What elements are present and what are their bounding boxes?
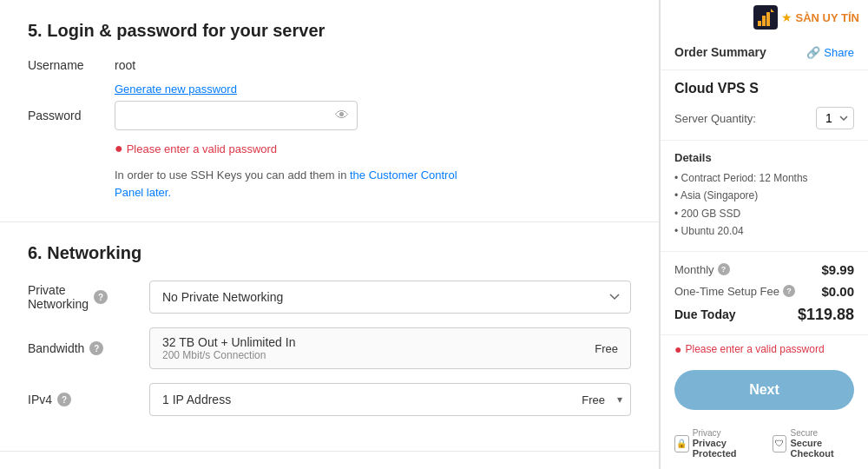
bandwidth-main-text: 32 TB Out + Unlimited In [162, 335, 295, 349]
bandwidth-sub-text: 200 Mbit/s Connection [162, 349, 295, 361]
private-networking-row: PrivateNetworking ? No Private Networkin… [28, 281, 631, 314]
share-label: Share [824, 46, 854, 59]
error-icon: ● [115, 141, 123, 156]
bandwidth-label: Bandwidth [28, 341, 84, 355]
sidebar-error-icon: ● [674, 342, 681, 356]
brand-icon [753, 5, 778, 30]
customer-panel-link[interactable]: the Customer Control Panel later. [115, 168, 457, 199]
detail-item: Contract Period: 12 Months [674, 169, 854, 187]
due-today-row: Due Today $119.88 [674, 306, 854, 324]
detail-item: Ubuntu 20.04 [674, 222, 854, 240]
ipv4-select[interactable]: 1 IP Address [149, 383, 631, 416]
ipv4-label-wrap: IPv4 ? [28, 393, 149, 406]
server-quantity-label: Server Quantity: [674, 112, 756, 125]
bandwidth-box: 32 TB Out + Unlimited In 200 Mbit/s Conn… [149, 327, 631, 369]
secure-shield-icon: 🛡 [773, 435, 787, 452]
username-value: root [115, 58, 135, 72]
brand-star-icon: ★ [781, 10, 792, 24]
bandwidth-row: Bandwidth ? 32 TB Out + Unlimited In 200… [28, 327, 631, 369]
username-label: Username [28, 58, 115, 72]
networking-section-title: 6. Networking [28, 243, 631, 263]
next-button[interactable]: Next [674, 370, 854, 410]
sidebar: ★ SÀN UY TÍN Order Summary 🔗 Share Cloud… [660, 0, 868, 469]
setup-fee-label: One-Time Setup Fee ? [674, 285, 795, 298]
password-input-wrapper: 👁 [115, 101, 358, 130]
share-icon: 🔗 [806, 46, 820, 59]
monthly-row: Monthly ? $9.99 [674, 262, 854, 277]
private-networking-label-wrap: PrivateNetworking ? [28, 283, 149, 311]
bandwidth-help-icon[interactable]: ? [89, 341, 103, 355]
detail-item: Asia (Singapore) [674, 187, 854, 204]
quantity-row: Server Quantity: 1 2 3 [661, 103, 868, 141]
svg-rect-3 [766, 12, 770, 26]
monthly-help-icon[interactable]: ? [718, 263, 730, 275]
due-today-value: $119.88 [798, 306, 854, 324]
svg-rect-2 [762, 16, 766, 26]
ipv4-label: IPv4 [28, 393, 52, 406]
setup-fee-help-icon[interactable]: ? [783, 285, 795, 297]
password-input[interactable] [115, 101, 358, 130]
bandwidth-free-badge: Free [595, 342, 618, 355]
details-title: Details [674, 151, 854, 164]
details-list: Contract Period: 12 Months Asia (Singapo… [674, 169, 854, 241]
eye-icon[interactable]: 👁 [335, 108, 349, 123]
svg-rect-1 [758, 21, 761, 26]
monthly-value: $9.99 [821, 262, 854, 277]
networking-section: 6. Networking PrivateNetworking ? No Pri… [0, 222, 659, 452]
generate-password-link[interactable]: Generate new password [115, 83, 631, 96]
pricing-section: Monthly ? $9.99 One-Time Setup Fee ? $0.… [661, 252, 868, 335]
password-error: ● Please enter a valid password [115, 141, 631, 156]
username-row: Username root [28, 58, 631, 72]
setup-fee-value: $0.00 [821, 284, 854, 299]
password-row: Password 👁 [28, 101, 631, 130]
trust-badges: 🔒 Privacy Privacy Protected 🛡 Secure Sec… [661, 421, 868, 469]
brand-name: SÀN UY TÍN [796, 11, 859, 24]
login-section-title: 5. Login & password for your server [28, 21, 631, 41]
ipv4-row: IPv4 ? 1 IP Address Free ▾ [28, 383, 631, 416]
ssh-info: In order to use SSH Keys you can add the… [115, 167, 462, 201]
privacy-lock-icon: 🔒 [674, 435, 689, 452]
detail-item: 200 GB SSD [674, 205, 854, 222]
share-link[interactable]: 🔗 Share [806, 46, 854, 59]
bandwidth-info: 32 TB Out + Unlimited In 200 Mbit/s Conn… [162, 335, 295, 361]
privacy-badge-text: Privacy Privacy Protected [693, 428, 759, 459]
monthly-label: Monthly ? [674, 263, 730, 276]
secure-badge-text: Secure Secure Checkout [790, 428, 854, 459]
password-label: Password [28, 109, 115, 122]
setup-fee-row: One-Time Setup Fee ? $0.00 [674, 284, 854, 299]
order-summary-title: Order Summary [674, 45, 766, 59]
private-networking-help-icon[interactable]: ? [94, 290, 108, 304]
brand-logo: ★ SÀN UY TÍN [745, 0, 868, 35]
secure-badge: 🛡 Secure Secure Checkout [773, 428, 854, 459]
private-networking-label: PrivateNetworking [28, 283, 89, 311]
privacy-badge: 🔒 Privacy Privacy Protected [674, 428, 759, 459]
sidebar-header: Order Summary 🔗 Share [661, 35, 868, 70]
server-quantity-select[interactable]: 1 2 3 [816, 107, 854, 129]
private-networking-select[interactable]: No Private Networking [149, 281, 631, 314]
main-content: 5. Login & password for your server User… [0, 0, 660, 469]
details-section: Details Contract Period: 12 Months Asia … [661, 141, 868, 252]
login-section: 5. Login & password for your server User… [0, 0, 659, 222]
sidebar-error: ● Please enter a valid password [661, 335, 868, 363]
bandwidth-label-wrap: Bandwidth ? [28, 341, 149, 355]
product-name: Cloud VPS S [661, 70, 868, 103]
ipv4-select-wrapper: 1 IP Address Free ▾ [149, 383, 631, 416]
due-today-label: Due Today [674, 307, 736, 321]
ipv4-help-icon[interactable]: ? [57, 393, 71, 406]
